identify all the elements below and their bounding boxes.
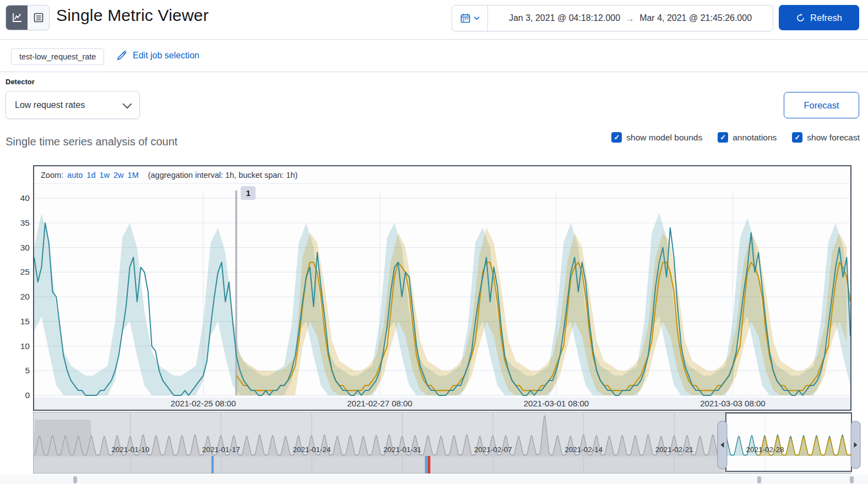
- page-title: Single Metric Viewer: [56, 6, 209, 25]
- detector-select[interactable]: Low request rates: [6, 91, 140, 119]
- checkbox-box[interactable]: ✓: [792, 132, 802, 143]
- checkbox-show-model-bounds[interactable]: ✓show model bounds: [611, 132, 702, 143]
- aggregation-interval-text: (aggregation interval: 1h, bucket span: …: [148, 171, 298, 180]
- time-series-plot[interactable]: 1: [34, 184, 850, 398]
- time-range-picker: Jan 3, 2021 @ 04:18:12.000 → Mar 4, 2021…: [452, 5, 773, 31]
- zoom-option-1d[interactable]: 1d: [86, 171, 95, 180]
- time-series-svg[interactable]: [34, 184, 850, 398]
- chevron-down-icon: [123, 99, 132, 108]
- chart-view-toggle-button[interactable]: [6, 6, 28, 30]
- chevron-down-icon: [474, 16, 480, 20]
- y-tick-label: 30: [20, 243, 30, 253]
- view-toggle-group: [6, 5, 50, 30]
- nav-tick-label: 2021-01-31: [383, 445, 421, 454]
- zoom-option-auto[interactable]: auto: [67, 171, 83, 180]
- y-tick-label: 25: [20, 267, 30, 277]
- checkbox-show-forecast[interactable]: ✓show forecast: [792, 132, 860, 143]
- context-navigator-svg[interactable]: 2021-01-102021-01-172021-01-242021-01-31…: [33, 412, 865, 475]
- date-quick-select-button[interactable]: [452, 6, 488, 31]
- anomalies-table-view-toggle-button[interactable]: [28, 6, 49, 30]
- lane-resize-handle[interactable]: [850, 476, 854, 483]
- x-tick-label: 2021-02-27 08:00: [336, 399, 424, 408]
- nav-tick-label: 2021-01-10: [111, 445, 149, 454]
- forecast-button[interactable]: Forecast: [784, 92, 859, 118]
- nav-tick-label: 2021-01-17: [202, 445, 240, 454]
- zoom-controls: Zoom:auto1d1w2w1M(aggregation interval: …: [34, 166, 850, 184]
- annotation-line[interactable]: [235, 191, 237, 395]
- y-tick-label: 5: [25, 366, 30, 376]
- context-navigator[interactable]: 2021-01-102021-01-172021-01-242021-01-31…: [33, 412, 865, 475]
- zoom-option-2w[interactable]: 2w: [113, 171, 124, 180]
- x-tick-label: 2021-02-25 08:00: [159, 399, 247, 408]
- calendar-icon: [460, 13, 471, 24]
- header-divider: [0, 39, 868, 40]
- detector-selected-value: Low request rates: [15, 100, 85, 110]
- nav-tick-label: 2021-02-07: [474, 445, 512, 454]
- x-tick-label: 2021-03-03 08:00: [688, 399, 777, 408]
- y-axis: 0510152025303540: [11, 184, 30, 399]
- annotation-marker[interactable]: [425, 456, 427, 474]
- time-range-end[interactable]: Mar 4, 2021 @ 21:45:26.000: [639, 13, 752, 23]
- single-metric-viewer-page: Single Metric Viewer Jan 3, 2021 @ 04:18…: [0, 0, 868, 484]
- job-id-badge: test-low_request_rate: [11, 48, 104, 65]
- time-range-start[interactable]: Jan 3, 2021 @ 04:18:12.000: [509, 13, 620, 23]
- nav-tick-label: 2021-01-24: [292, 445, 331, 454]
- nav-tick-label: 2021-02-14: [565, 445, 603, 454]
- annotation-marker[interactable]: [427, 456, 430, 474]
- checkbox-label: annotations: [733, 133, 777, 143]
- refresh-label: Refresh: [810, 13, 842, 23]
- y-tick-label: 40: [20, 193, 30, 203]
- y-tick-label: 20: [20, 292, 30, 302]
- nav-tick-label: 2021-02-21: [655, 445, 693, 454]
- navigator-handle-strip: [0, 475, 868, 484]
- checkbox-annotations[interactable]: ✓annotations: [718, 132, 777, 143]
- x-tick-label: 2021-03-01 08:00: [512, 399, 600, 408]
- checkbox-box[interactable]: ✓: [718, 132, 728, 143]
- refresh-button[interactable]: Refresh: [779, 5, 859, 30]
- zoom-option-1M[interactable]: 1M: [128, 171, 139, 180]
- zoom-label: Zoom:: [41, 171, 63, 180]
- x-axis: 2021-02-25 08:002021-02-27 08:002021-03-…: [34, 398, 850, 410]
- checkbox-label: show model bounds: [626, 133, 702, 143]
- detector-label: Detector: [6, 78, 35, 86]
- data-table-icon: [32, 11, 45, 24]
- time-range-arrow: →: [626, 14, 634, 23]
- zoom-option-1w[interactable]: 1w: [99, 171, 110, 180]
- series-heading: Single time series analysis of count: [6, 135, 177, 148]
- time-range-display[interactable]: Jan 3, 2021 @ 04:18:12.000 → Mar 4, 2021…: [488, 13, 773, 23]
- checkbox-box[interactable]: ✓: [611, 132, 622, 143]
- annotation-marker[interactable]: [211, 456, 214, 474]
- forecast-bounds-band: [236, 228, 847, 395]
- y-tick-label: 15: [20, 317, 30, 327]
- edit-job-selection-link[interactable]: Edit job selection: [116, 50, 199, 61]
- y-tick-label: 0: [25, 390, 30, 400]
- chart-option-checkboxes: ✓show model bounds✓annotations✓show fore…: [611, 132, 860, 143]
- y-tick-label: 35: [20, 218, 30, 228]
- line-chart-icon: [10, 11, 24, 24]
- y-tick-label: 10: [20, 341, 30, 351]
- annotation-badge[interactable]: 1: [241, 186, 256, 200]
- lane-resize-handle[interactable]: [73, 476, 77, 483]
- checkbox-label: show forecast: [807, 133, 860, 143]
- refresh-icon: [796, 13, 805, 23]
- job-bar-divider: [0, 72, 868, 72]
- time-series-chart: Zoom:auto1d1w2w1M(aggregation interval: …: [33, 165, 851, 411]
- pencil-icon: [116, 50, 128, 61]
- edit-job-selection-label[interactable]: Edit job selection: [133, 51, 199, 61]
- lane-resize-handle[interactable]: [757, 476, 761, 483]
- nav-tick-label: 2021-02-28: [746, 445, 784, 454]
